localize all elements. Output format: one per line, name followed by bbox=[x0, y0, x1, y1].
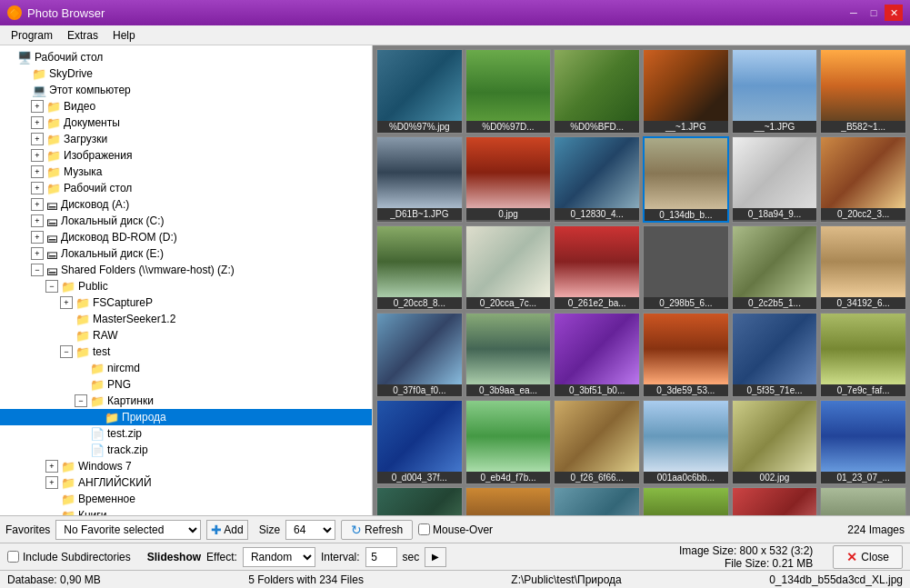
photo-cell-21[interactable]: 0_3de59_53... bbox=[643, 313, 729, 397]
expand-btn-diske[interactable]: + bbox=[31, 247, 44, 260]
photo-cell-15[interactable]: 0_298b5_6... bbox=[643, 225, 729, 310]
mouseover-checkbox-label[interactable]: Mouse-Over bbox=[418, 523, 493, 536]
close-button[interactable]: ✕ Close bbox=[833, 545, 903, 569]
expand-btn-downloads[interactable]: + bbox=[31, 133, 44, 145]
photo-cell-3[interactable]: __~1.JPG bbox=[643, 49, 729, 134]
refresh-button[interactable]: ↻ Refresh bbox=[341, 520, 413, 540]
window-close-button[interactable]: ✕ bbox=[885, 5, 903, 21]
tree-item-desktopf[interactable]: +📁Рабочий стол bbox=[0, 180, 372, 196]
expand-btn-shared[interactable]: − bbox=[31, 264, 44, 276]
interval-input[interactable] bbox=[365, 547, 397, 567]
tree-item-temp[interactable]: 📁Временное bbox=[0, 491, 372, 507]
photo-cell-4[interactable]: __~1.JPG bbox=[732, 49, 818, 134]
expand-btn-test[interactable]: − bbox=[60, 345, 73, 358]
photo-cell-32[interactable]: 0507_Doubt... bbox=[554, 487, 640, 515]
add-btn-group[interactable]: ✚ Add bbox=[206, 520, 247, 540]
expand-btn-diskc[interactable]: + bbox=[31, 214, 44, 227]
mouseover-checkbox[interactable] bbox=[418, 523, 430, 535]
photo-cell-0[interactable]: %D0%97%.jpg bbox=[376, 49, 463, 134]
photo-cell-23[interactable]: 0_7e9c_faf... bbox=[820, 313, 906, 397]
expand-btn-english[interactable]: + bbox=[45, 476, 58, 489]
photo-cell-17[interactable]: 0_34192_6... bbox=[820, 225, 906, 310]
tree-item-video[interactable]: +📁Видео bbox=[0, 98, 372, 115]
expand-btn-fscapture[interactable]: + bbox=[60, 296, 73, 309]
tree-item-downloads[interactable]: +📁Загрузки bbox=[0, 131, 372, 147]
photo-cell-19[interactable]: 0_3b9aa_ea... bbox=[465, 313, 552, 397]
maximize-button[interactable]: □ bbox=[865, 5, 883, 21]
expand-btn-desktopf[interactable]: + bbox=[31, 182, 44, 194]
tree-item-testzip[interactable]: 📄test.zip bbox=[0, 425, 372, 442]
photo-cell-20[interactable]: 0_3bf51_b0... bbox=[554, 313, 640, 397]
tree-item-diskd[interactable]: +🖴Дисковод BD-ROM (D:) bbox=[0, 229, 372, 245]
expand-btn-video[interactable]: + bbox=[31, 100, 44, 113]
include-subdirectories-label[interactable]: Include Subdirectories bbox=[7, 551, 131, 563]
tree-item-nircmd[interactable]: 📁nircmd bbox=[0, 360, 372, 376]
tree-item-kartinki[interactable]: −📁Картинки bbox=[0, 393, 372, 409]
photo-cell-25[interactable]: 0_eb4d_f7b... bbox=[465, 400, 552, 484]
photo-cell-35[interactable]: ... bbox=[820, 487, 906, 515]
minimize-button[interactable]: ─ bbox=[845, 5, 863, 21]
photo-cell-8[interactable]: 0_12830_4... bbox=[554, 136, 640, 223]
size-select[interactable]: 64 bbox=[285, 520, 335, 540]
photo-cell-6[interactable]: _D61B~1.JPG bbox=[376, 136, 463, 223]
tree-item-png[interactable]: 📁PNG bbox=[0, 376, 372, 393]
expand-btn-kartinki[interactable]: − bbox=[75, 394, 87, 407]
tree-item-skydrive[interactable]: 📁SkyDrive bbox=[0, 65, 372, 82]
expand-btn-public[interactable]: − bbox=[45, 280, 58, 293]
photo-cell-24[interactable]: 0_d004_37f... bbox=[376, 400, 463, 484]
expand-btn-win7[interactable]: + bbox=[45, 460, 58, 473]
expand-btn-music[interactable]: + bbox=[31, 165, 44, 178]
photo-cell-22[interactable]: 0_5f35_71e... bbox=[732, 313, 818, 397]
tree-item-masterseeker[interactable]: 📁MasterSeeker1.2 bbox=[0, 311, 372, 327]
menu-extras[interactable]: Extras bbox=[60, 27, 105, 44]
photo-cell-11[interactable]: 0_20cc2_3... bbox=[820, 136, 906, 223]
favorites-select[interactable]: No Favorite selected bbox=[55, 520, 201, 540]
tree-item-win7[interactable]: +📁Windows 7 bbox=[0, 458, 372, 474]
photo-cell-9[interactable]: 0_134db_b... bbox=[643, 136, 729, 223]
photo-cell-31[interactable]: 03.jpg bbox=[465, 487, 552, 515]
menu-program[interactable]: Program bbox=[4, 27, 60, 44]
expand-btn-docs[interactable]: + bbox=[31, 116, 44, 129]
photo-cell-30[interactable]: 011c8639b... bbox=[376, 487, 463, 515]
tree-item-diska[interactable]: +🖴Дисковод (A:) bbox=[0, 196, 372, 213]
photo-cell-33[interactable]: 0645.jpg bbox=[643, 487, 729, 515]
tree-item-diskc[interactable]: +🖴Локальный диск (C:) bbox=[0, 213, 372, 229]
photo-cell-28[interactable]: 002.jpg bbox=[732, 400, 818, 484]
photo-cell-7[interactable]: 0.jpg bbox=[465, 136, 552, 223]
tree-item-public[interactable]: −📁Public bbox=[0, 278, 372, 294]
expand-btn-images[interactable]: + bbox=[31, 149, 44, 162]
expand-btn-diska[interactable]: + bbox=[31, 198, 44, 211]
photo-cell-34[interactable]: 08.jpg bbox=[732, 487, 818, 515]
tree-item-test[interactable]: −📁test bbox=[0, 344, 372, 360]
effect-select[interactable]: Random bbox=[243, 547, 315, 567]
photo-cell-18[interactable]: 0_37f0a_f0... bbox=[376, 313, 463, 397]
photo-cell-26[interactable]: 0_f26_6f66... bbox=[554, 400, 640, 484]
photo-cell-5[interactable]: _B582~1... bbox=[820, 49, 906, 134]
tree-item-diske[interactable]: +🖴Локальный диск (E:) bbox=[0, 245, 372, 262]
photo-cell-2[interactable]: %D0%BFD... bbox=[554, 49, 640, 134]
tree-item-desktop[interactable]: 🖥️Рабочий стол bbox=[0, 49, 372, 65]
include-subdirectories-checkbox[interactable] bbox=[7, 551, 19, 563]
tree-item-priroda[interactable]: 📁Природа bbox=[0, 409, 372, 425]
tree-item-music[interactable]: +📁Музыка bbox=[0, 164, 372, 180]
photo-cell-10[interactable]: 0_18a94_9... bbox=[732, 136, 818, 223]
photo-cell-27[interactable]: 001aa0c6bb... bbox=[643, 400, 729, 484]
photo-cell-29[interactable]: 01_23_07_... bbox=[820, 400, 906, 484]
menu-help[interactable]: Help bbox=[105, 27, 143, 44]
photo-cell-1[interactable]: %D0%97D... bbox=[465, 49, 552, 134]
tree-item-shared[interactable]: −🖴Shared Folders (\\vmware-host) (Z:) bbox=[0, 262, 372, 278]
photo-cell-13[interactable]: 0_20cca_7c... bbox=[465, 225, 552, 310]
tree-item-fscapture[interactable]: +📁FSCaptureP bbox=[0, 294, 372, 311]
tree-item-raw[interactable]: 📁RAW bbox=[0, 327, 372, 344]
expand-btn-diskd[interactable]: + bbox=[31, 231, 44, 244]
tree-item-images[interactable]: +📁Изображения bbox=[0, 147, 372, 164]
photo-cell-16[interactable]: 0_2c2b5_1... bbox=[732, 225, 818, 310]
tree-item-knigi[interactable]: 📁Книги bbox=[0, 507, 372, 515]
play-button[interactable]: ▶ bbox=[425, 547, 446, 567]
tree-item-trackzip[interactable]: 📄track.zip bbox=[0, 442, 372, 458]
tree-item-english[interactable]: +📁АНГЛИЙСКИЙ bbox=[0, 474, 372, 491]
photo-cell-14[interactable]: 0_261e2_ba... bbox=[554, 225, 640, 310]
tree-item-thispc[interactable]: 💻Этот компьютер bbox=[0, 82, 372, 98]
tree-item-docs[interactable]: +📁Документы bbox=[0, 115, 372, 131]
tree-view[interactable]: 🖥️Рабочий стол📁SkyDrive💻Этот компьютер+📁… bbox=[0, 45, 372, 515]
